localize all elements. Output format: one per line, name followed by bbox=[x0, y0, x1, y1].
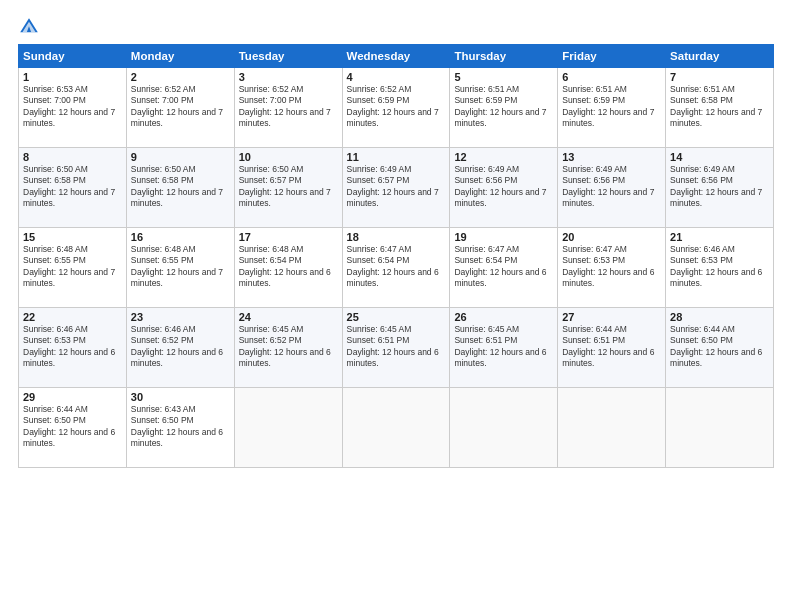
day-number: 8 bbox=[23, 151, 122, 163]
calendar-cell: 23 Sunrise: 6:46 AM Sunset: 6:52 PM Dayl… bbox=[126, 308, 234, 388]
calendar-cell: 16 Sunrise: 6:48 AM Sunset: 6:55 PM Dayl… bbox=[126, 228, 234, 308]
day-detail: Sunrise: 6:52 AM Sunset: 7:00 PM Dayligh… bbox=[239, 84, 338, 130]
day-number: 4 bbox=[347, 71, 446, 83]
calendar-week-5: 29 Sunrise: 6:44 AM Sunset: 6:50 PM Dayl… bbox=[19, 388, 774, 468]
col-header-monday: Monday bbox=[126, 45, 234, 68]
day-detail: Sunrise: 6:50 AM Sunset: 6:58 PM Dayligh… bbox=[23, 164, 122, 210]
calendar-cell: 21 Sunrise: 6:46 AM Sunset: 6:53 PM Dayl… bbox=[666, 228, 774, 308]
calendar-cell: 18 Sunrise: 6:47 AM Sunset: 6:54 PM Dayl… bbox=[342, 228, 450, 308]
calendar-cell: 15 Sunrise: 6:48 AM Sunset: 6:55 PM Dayl… bbox=[19, 228, 127, 308]
calendar-cell: 25 Sunrise: 6:45 AM Sunset: 6:51 PM Dayl… bbox=[342, 308, 450, 388]
day-detail: Sunrise: 6:43 AM Sunset: 6:50 PM Dayligh… bbox=[131, 404, 230, 450]
calendar-cell bbox=[666, 388, 774, 468]
col-header-friday: Friday bbox=[558, 45, 666, 68]
day-detail: Sunrise: 6:52 AM Sunset: 7:00 PM Dayligh… bbox=[131, 84, 230, 130]
day-number: 19 bbox=[454, 231, 553, 243]
calendar-cell: 7 Sunrise: 6:51 AM Sunset: 6:58 PM Dayli… bbox=[666, 68, 774, 148]
calendar-cell bbox=[558, 388, 666, 468]
calendar-cell: 19 Sunrise: 6:47 AM Sunset: 6:54 PM Dayl… bbox=[450, 228, 558, 308]
day-number: 22 bbox=[23, 311, 122, 323]
col-header-tuesday: Tuesday bbox=[234, 45, 342, 68]
calendar-cell: 2 Sunrise: 6:52 AM Sunset: 7:00 PM Dayli… bbox=[126, 68, 234, 148]
day-number: 1 bbox=[23, 71, 122, 83]
day-number: 28 bbox=[670, 311, 769, 323]
calendar-cell: 22 Sunrise: 6:46 AM Sunset: 6:53 PM Dayl… bbox=[19, 308, 127, 388]
day-number: 7 bbox=[670, 71, 769, 83]
day-number: 15 bbox=[23, 231, 122, 243]
calendar-cell: 11 Sunrise: 6:49 AM Sunset: 6:57 PM Dayl… bbox=[342, 148, 450, 228]
day-number: 16 bbox=[131, 231, 230, 243]
day-detail: Sunrise: 6:44 AM Sunset: 6:51 PM Dayligh… bbox=[562, 324, 661, 370]
calendar-cell: 3 Sunrise: 6:52 AM Sunset: 7:00 PM Dayli… bbox=[234, 68, 342, 148]
calendar-cell: 20 Sunrise: 6:47 AM Sunset: 6:53 PM Dayl… bbox=[558, 228, 666, 308]
calendar-cell: 24 Sunrise: 6:45 AM Sunset: 6:52 PM Dayl… bbox=[234, 308, 342, 388]
day-number: 23 bbox=[131, 311, 230, 323]
day-number: 10 bbox=[239, 151, 338, 163]
calendar-cell: 12 Sunrise: 6:49 AM Sunset: 6:56 PM Dayl… bbox=[450, 148, 558, 228]
logo bbox=[18, 16, 44, 38]
calendar-cell: 8 Sunrise: 6:50 AM Sunset: 6:58 PM Dayli… bbox=[19, 148, 127, 228]
calendar-cell bbox=[450, 388, 558, 468]
calendar-cell: 1 Sunrise: 6:53 AM Sunset: 7:00 PM Dayli… bbox=[19, 68, 127, 148]
day-detail: Sunrise: 6:45 AM Sunset: 6:51 PM Dayligh… bbox=[454, 324, 553, 370]
calendar-cell: 26 Sunrise: 6:45 AM Sunset: 6:51 PM Dayl… bbox=[450, 308, 558, 388]
day-number: 5 bbox=[454, 71, 553, 83]
calendar-cell: 17 Sunrise: 6:48 AM Sunset: 6:54 PM Dayl… bbox=[234, 228, 342, 308]
day-detail: Sunrise: 6:49 AM Sunset: 6:56 PM Dayligh… bbox=[454, 164, 553, 210]
day-number: 18 bbox=[347, 231, 446, 243]
day-detail: Sunrise: 6:44 AM Sunset: 6:50 PM Dayligh… bbox=[23, 404, 122, 450]
day-number: 29 bbox=[23, 391, 122, 403]
day-number: 24 bbox=[239, 311, 338, 323]
day-number: 9 bbox=[131, 151, 230, 163]
day-number: 14 bbox=[670, 151, 769, 163]
day-number: 12 bbox=[454, 151, 553, 163]
col-header-wednesday: Wednesday bbox=[342, 45, 450, 68]
day-detail: Sunrise: 6:45 AM Sunset: 6:51 PM Dayligh… bbox=[347, 324, 446, 370]
calendar-cell: 13 Sunrise: 6:49 AM Sunset: 6:56 PM Dayl… bbox=[558, 148, 666, 228]
day-detail: Sunrise: 6:49 AM Sunset: 6:56 PM Dayligh… bbox=[562, 164, 661, 210]
calendar-week-2: 8 Sunrise: 6:50 AM Sunset: 6:58 PM Dayli… bbox=[19, 148, 774, 228]
day-detail: Sunrise: 6:50 AM Sunset: 6:58 PM Dayligh… bbox=[131, 164, 230, 210]
day-detail: Sunrise: 6:45 AM Sunset: 6:52 PM Dayligh… bbox=[239, 324, 338, 370]
day-number: 11 bbox=[347, 151, 446, 163]
day-number: 2 bbox=[131, 71, 230, 83]
day-number: 17 bbox=[239, 231, 338, 243]
calendar-week-3: 15 Sunrise: 6:48 AM Sunset: 6:55 PM Dayl… bbox=[19, 228, 774, 308]
col-header-thursday: Thursday bbox=[450, 45, 558, 68]
calendar-cell bbox=[342, 388, 450, 468]
day-detail: Sunrise: 6:46 AM Sunset: 6:53 PM Dayligh… bbox=[670, 244, 769, 290]
calendar-cell bbox=[234, 388, 342, 468]
day-detail: Sunrise: 6:48 AM Sunset: 6:54 PM Dayligh… bbox=[239, 244, 338, 290]
col-header-saturday: Saturday bbox=[666, 45, 774, 68]
calendar-cell: 9 Sunrise: 6:50 AM Sunset: 6:58 PM Dayli… bbox=[126, 148, 234, 228]
calendar-cell: 28 Sunrise: 6:44 AM Sunset: 6:50 PM Dayl… bbox=[666, 308, 774, 388]
day-detail: Sunrise: 6:46 AM Sunset: 6:52 PM Dayligh… bbox=[131, 324, 230, 370]
day-detail: Sunrise: 6:51 AM Sunset: 6:59 PM Dayligh… bbox=[454, 84, 553, 130]
day-detail: Sunrise: 6:48 AM Sunset: 6:55 PM Dayligh… bbox=[131, 244, 230, 290]
calendar-cell: 30 Sunrise: 6:43 AM Sunset: 6:50 PM Dayl… bbox=[126, 388, 234, 468]
day-number: 20 bbox=[562, 231, 661, 243]
day-detail: Sunrise: 6:50 AM Sunset: 6:57 PM Dayligh… bbox=[239, 164, 338, 210]
calendar-cell: 10 Sunrise: 6:50 AM Sunset: 6:57 PM Dayl… bbox=[234, 148, 342, 228]
day-detail: Sunrise: 6:52 AM Sunset: 6:59 PM Dayligh… bbox=[347, 84, 446, 130]
day-detail: Sunrise: 6:51 AM Sunset: 6:58 PM Dayligh… bbox=[670, 84, 769, 130]
calendar-cell: 14 Sunrise: 6:49 AM Sunset: 6:56 PM Dayl… bbox=[666, 148, 774, 228]
day-detail: Sunrise: 6:47 AM Sunset: 6:54 PM Dayligh… bbox=[347, 244, 446, 290]
calendar-table: SundayMondayTuesdayWednesdayThursdayFrid… bbox=[18, 44, 774, 468]
calendar-cell: 29 Sunrise: 6:44 AM Sunset: 6:50 PM Dayl… bbox=[19, 388, 127, 468]
day-number: 13 bbox=[562, 151, 661, 163]
day-number: 27 bbox=[562, 311, 661, 323]
col-header-sunday: Sunday bbox=[19, 45, 127, 68]
day-detail: Sunrise: 6:49 AM Sunset: 6:57 PM Dayligh… bbox=[347, 164, 446, 210]
day-number: 6 bbox=[562, 71, 661, 83]
calendar-cell: 6 Sunrise: 6:51 AM Sunset: 6:59 PM Dayli… bbox=[558, 68, 666, 148]
logo-icon bbox=[18, 16, 40, 38]
day-detail: Sunrise: 6:47 AM Sunset: 6:54 PM Dayligh… bbox=[454, 244, 553, 290]
day-detail: Sunrise: 6:47 AM Sunset: 6:53 PM Dayligh… bbox=[562, 244, 661, 290]
day-number: 3 bbox=[239, 71, 338, 83]
day-detail: Sunrise: 6:53 AM Sunset: 7:00 PM Dayligh… bbox=[23, 84, 122, 130]
day-detail: Sunrise: 6:48 AM Sunset: 6:55 PM Dayligh… bbox=[23, 244, 122, 290]
day-number: 26 bbox=[454, 311, 553, 323]
day-detail: Sunrise: 6:44 AM Sunset: 6:50 PM Dayligh… bbox=[670, 324, 769, 370]
day-number: 30 bbox=[131, 391, 230, 403]
